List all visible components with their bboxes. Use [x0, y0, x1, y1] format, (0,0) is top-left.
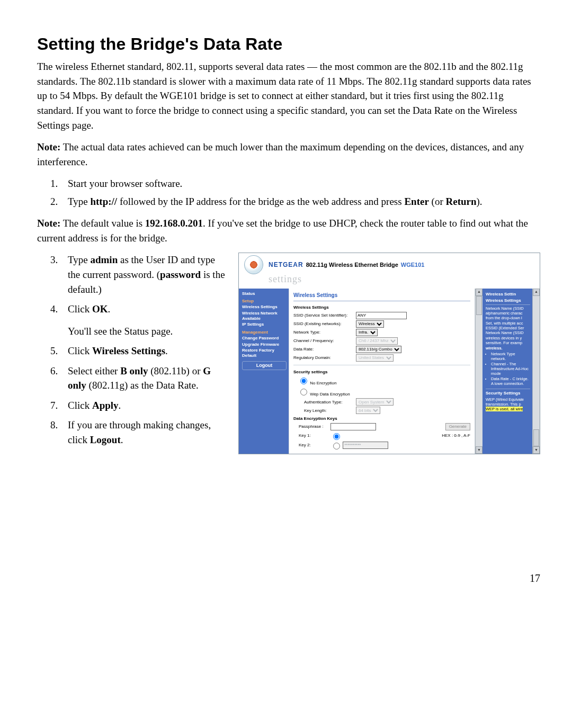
note-2: Note: The default value is 192.168.0.201…: [37, 216, 540, 245]
step-5: Click Wireless Settings.: [60, 344, 228, 358]
step-6: Select either B only (802.11b) or G only…: [60, 364, 228, 393]
step-2-f: Return: [445, 196, 476, 207]
help-scroll-thumb[interactable]: [533, 429, 539, 446]
ss-subheader: settings: [239, 272, 540, 288]
generate-button: Generate: [445, 423, 470, 430]
ss-brand: NETGEAR: [269, 261, 303, 268]
ss-main-heading: Wireless Settings: [293, 292, 470, 302]
step-2-d: Enter: [404, 196, 428, 207]
ss-title: 802.11g Wireless Ethernet Bridge: [306, 262, 398, 268]
nav-ip-settings[interactable]: IP Settings: [242, 322, 287, 327]
hex-hint: HEX : 0-9 , A-F: [442, 433, 470, 439]
step-2-c: followed by the IP address for the bridg…: [117, 196, 404, 207]
scroll-thumb[interactable]: [476, 296, 482, 315]
ssid-exist-select[interactable]: Wireless: [356, 320, 384, 328]
page-title: Setting the Bridge's Data Rate: [37, 32, 540, 56]
pass-input[interactable]: [330, 423, 376, 430]
help-scroll-down-icon[interactable]: ▼: [533, 446, 540, 454]
scroll-down-icon[interactable]: ▼: [476, 446, 482, 454]
step-1: Start your browser software.: [60, 176, 540, 191]
domain-select: United States: [356, 354, 394, 362]
nav-status[interactable]: Status: [242, 291, 287, 296]
help-li1: Network Type network.: [491, 352, 530, 362]
intro-paragraph: The wireless Ethernet standard, 802.11, …: [37, 59, 540, 132]
wep-label: Wep Data Encryption: [310, 392, 350, 397]
help-p2c: WEP is used, all wire: [486, 407, 523, 411]
key2-radio[interactable]: [333, 443, 340, 450]
step-5-c: .: [165, 345, 168, 356]
step-2-e: (or: [429, 196, 446, 207]
step-6-e: (802.11g) as the Data Rate.: [86, 380, 199, 391]
page-number: 17: [37, 571, 540, 586]
step-3-b: admin: [90, 254, 118, 265]
step-4-c: .: [108, 303, 110, 314]
scroll-up-icon[interactable]: ▲: [476, 289, 482, 296]
main-scrollbar[interactable]: ▲ ▼: [475, 289, 482, 454]
note-1: Note: The actual data rates achieved can…: [37, 140, 540, 169]
keys-heading: Data Encryption Keys: [293, 416, 470, 422]
keylen-label: Key Length:: [304, 408, 356, 414]
nav-setup-hdr: Setup: [242, 299, 287, 304]
keylen-select: 64 bits: [356, 407, 380, 414]
step-3: Type admin as the User ID and type the c…: [60, 253, 228, 296]
step-3-d: password: [160, 269, 201, 280]
nav-logout-button[interactable]: Logout: [242, 361, 287, 371]
step-8-b: Logout: [90, 434, 121, 445]
step-4-a: Click: [68, 303, 92, 314]
key2-label: Key 2:: [293, 442, 330, 448]
nav-wireless-settings[interactable]: Wireless Settings: [242, 304, 287, 310]
step-5-a: Click: [68, 345, 92, 356]
ss-help-panel: Wireless Settin Wireless Settings Networ…: [482, 289, 532, 454]
step-6-a: Select either: [68, 365, 120, 376]
step-8: If you are through making changes, click…: [60, 418, 228, 447]
note-1-text: The actual data rates achieved can be mu…: [37, 141, 524, 167]
help-p1b: wireless.: [486, 346, 503, 350]
help-li3: Data Rate - C bridge. A lowe connection.: [491, 376, 530, 387]
ssid-input[interactable]: [356, 312, 407, 319]
help-h3: Security Settings: [486, 389, 530, 396]
help-p2b: transmission. This p: [486, 402, 530, 407]
auth-label: Authentication Type:: [304, 399, 356, 406]
ss-main: Wireless Settings Wireless Settings SSID…: [289, 289, 475, 454]
note-2-a: The default value is: [60, 218, 145, 229]
ss-nav: Status Setup Wireless Settings Wireless …: [239, 289, 289, 454]
netgear-logo-icon: [244, 255, 263, 274]
step-2-g: ).: [477, 196, 482, 207]
no-encryption-radio[interactable]: [300, 378, 307, 384]
domain-label: Regulatory Domain:: [293, 355, 356, 361]
rate-select[interactable]: 802.11b/g Combo: [356, 346, 401, 353]
nav-restore-factory[interactable]: Restore Factory Default: [242, 348, 287, 359]
router-screenshot: NETGEAR 802.11g Wireless Ethernet Bridge…: [238, 253, 540, 454]
key1-radio[interactable]: [333, 433, 340, 440]
step-7-c: .: [119, 400, 121, 411]
step-2: Type http:// followed by the IP address …: [60, 194, 540, 209]
chan-label: Channel / Frequency:: [293, 338, 356, 344]
step-8-a: If you are through making changes, click: [68, 419, 211, 445]
steps-3-8: Type admin as the User ID and type the c…: [37, 253, 228, 454]
help-li2: Channel - The Infrastructure Ad-Hoc mode: [491, 362, 530, 376]
step-4-sub: You'll see the Status page.: [68, 324, 228, 339]
step-5-b: Wireless Settings: [92, 345, 165, 356]
nav-upgrade-firmware[interactable]: Upgrade Firmware: [242, 342, 287, 347]
wep-radio[interactable]: [300, 389, 307, 396]
step-7-b: Apply: [92, 400, 119, 411]
net-type-select[interactable]: Infra.: [356, 329, 378, 336]
rate-label: Data Rate:: [293, 346, 356, 353]
step-6-c: (802.11b) or: [148, 365, 203, 376]
step-7-a: Click: [68, 400, 92, 411]
pass-label: Passphrase :: [293, 424, 330, 430]
help-scrollbar[interactable]: ▲ ▼: [532, 289, 540, 454]
note-1-label: Note:: [37, 141, 60, 152]
note-2-label: Note:: [37, 218, 60, 229]
ss-model: WGE101: [401, 262, 425, 268]
ss-main-subheading: Wireless Settings: [293, 304, 470, 311]
step-4: Click OK.: [60, 302, 228, 317]
note-2-b: 192.168.0.201: [145, 218, 203, 229]
key2-input: [343, 442, 388, 449]
help-h1: Wireless Settin: [486, 292, 530, 297]
auth-select: Open System: [356, 398, 394, 406]
step-6-b: B only: [120, 365, 148, 376]
nav-change-password[interactable]: Change Password: [242, 336, 287, 341]
nav-wireless-network[interactable]: Wireless Network Available: [242, 311, 287, 322]
help-scroll-up-icon[interactable]: ▲: [533, 289, 540, 296]
